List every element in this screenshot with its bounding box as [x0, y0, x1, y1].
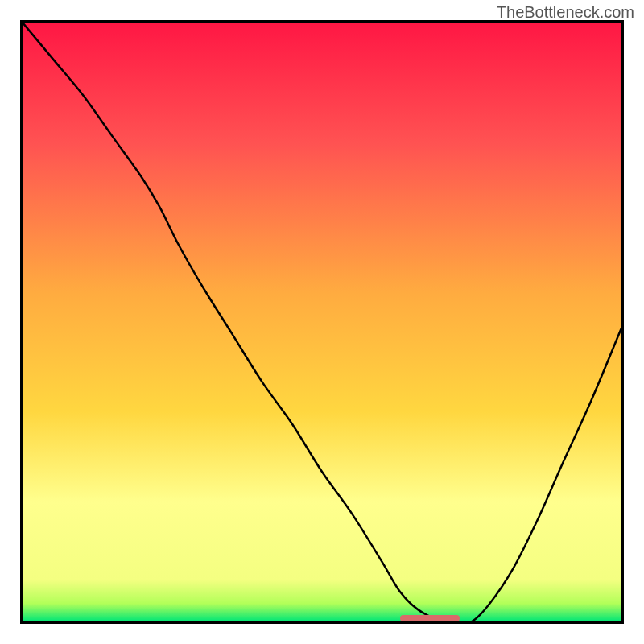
- optimal-range-marker: [400, 615, 460, 621]
- bottleneck-curve: [23, 23, 621, 621]
- watermark-text: TheBottleneck.com: [497, 3, 634, 22]
- curve-layer: [23, 23, 621, 621]
- chart-container: TheBottleneck.com: [0, 0, 644, 644]
- plot-area: [20, 20, 624, 624]
